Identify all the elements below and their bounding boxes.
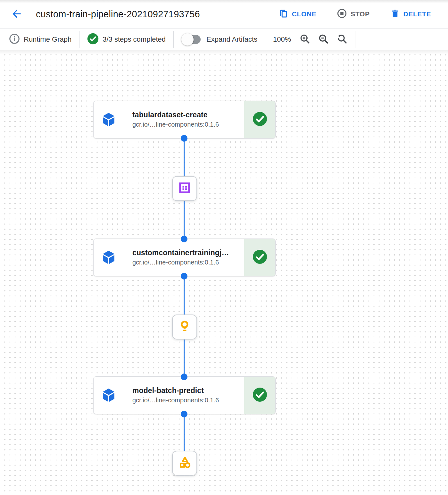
page-title: custom-train-pipeline-20210927193756: [36, 9, 200, 20]
edge-step3-artifact3: [184, 413, 185, 452]
pipeline-graph-canvas[interactable]: tabulardataset-create gcr.io/…line-compo…: [0, 50, 448, 495]
step-image: gcr.io/…line-components:0.1.6: [132, 397, 219, 404]
artifact-node-generic[interactable]: [172, 451, 197, 476]
component-cube-icon: [102, 388, 116, 403]
graph-toolbar: Runtime Graph 3/3 steps completed Expand…: [0, 29, 448, 50]
edge-dot: [181, 373, 187, 380]
edge-dot: [181, 411, 187, 417]
info-circle-icon[interactable]: [9, 33, 20, 46]
steps-status-section: 3/3 steps completed: [87, 33, 166, 46]
step-title: tabulardataset-create: [132, 111, 219, 119]
canvas-top-shadow: [0, 50, 448, 54]
step-status-badge: [244, 101, 275, 138]
check-circle-icon: [253, 112, 267, 128]
steps-completed-label: 3/3 steps completed: [103, 35, 166, 44]
header: custom-train-pipeline-20210927193756 CLO…: [0, 0, 448, 29]
view-label: Runtime Graph: [24, 35, 71, 44]
expand-artifacts-label: Expand Artifacts: [206, 35, 257, 44]
step-title: model-batch-predict: [132, 386, 219, 395]
toggle-knob: [181, 33, 194, 46]
edge-dot: [181, 273, 187, 280]
model-lightbulb-icon: [178, 320, 191, 334]
stop-label: STOP: [351, 10, 369, 18]
artifact-node-dataset[interactable]: [172, 176, 197, 201]
clone-button[interactable]: CLONE: [279, 9, 317, 20]
stop-circle-icon: [337, 8, 347, 20]
zoom-in-button[interactable]: [299, 33, 310, 45]
zoom-reset-icon: [336, 33, 347, 45]
component-cube-icon: [102, 112, 116, 127]
zoom-in-icon: [299, 33, 310, 45]
header-actions: CLONE STOP: [279, 8, 431, 20]
toolbar-divider: [355, 31, 355, 48]
zoom-level: 100%: [273, 35, 291, 44]
check-circle-icon: [253, 387, 267, 403]
step-image: gcr.io/…line-components:0.1.6: [132, 259, 229, 266]
view-section: Runtime Graph: [9, 33, 71, 46]
check-circle-icon: [253, 249, 267, 265]
zoom-out-button[interactable]: [318, 33, 329, 45]
delete-button[interactable]: DELETE: [390, 9, 431, 20]
delete-label: DELETE: [403, 10, 431, 18]
clone-label: CLONE: [292, 10, 317, 18]
expand-artifacts-section: Expand Artifacts: [181, 33, 257, 46]
pipeline-run-page: custom-train-pipeline-20210927193756 CLO…: [0, 0, 448, 495]
generic-artifact-shapes-icon: [178, 456, 191, 470]
edge-dot: [181, 135, 187, 142]
step-status-badge: [244, 239, 275, 276]
step-node-customcontainertrainingjob[interactable]: customcontainertrainingj… gcr.io/…line-c…: [93, 239, 276, 276]
toolbar-divider: [265, 31, 265, 48]
zoom-out-icon: [318, 33, 329, 45]
toolbar-divider: [79, 31, 79, 48]
clone-icon: [279, 9, 288, 20]
edge-dot: [181, 236, 187, 242]
step-status-badge: [244, 377, 275, 414]
check-circle-icon: [87, 33, 99, 46]
zoom-reset-button[interactable]: [336, 33, 347, 45]
arrow-back-icon: [11, 8, 23, 21]
step-node-model-batch-predict[interactable]: model-batch-predict gcr.io/…line-compone…: [93, 376, 276, 414]
dataset-table-icon: [178, 181, 191, 196]
step-title: customcontainertrainingj…: [132, 248, 229, 257]
trash-icon: [390, 9, 400, 20]
expand-artifacts-toggle[interactable]: [181, 33, 201, 46]
stop-button[interactable]: STOP: [337, 8, 369, 20]
step-node-tabulardataset-create[interactable]: tabulardataset-create gcr.io/…line-compo…: [93, 101, 276, 138]
toolbar-divider: [173, 31, 174, 48]
step-image: gcr.io/…line-components:0.1.6: [132, 121, 219, 128]
artifact-node-model[interactable]: [172, 315, 197, 340]
component-cube-icon: [102, 250, 116, 265]
back-button[interactable]: [10, 7, 24, 21]
zoom-section: 100%: [273, 33, 347, 45]
